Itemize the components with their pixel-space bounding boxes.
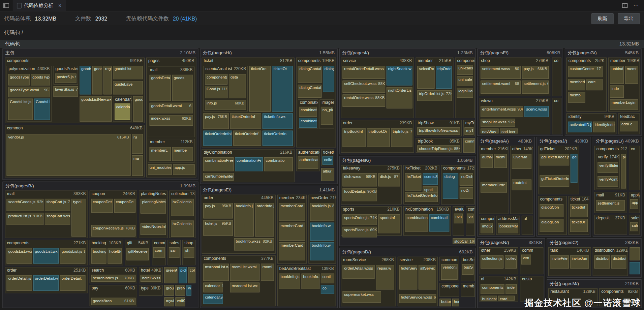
- cell-tripbookor[interactable]: tripBookOr: [367, 128, 390, 147]
- cell-rentalorder.wxss[interactable]: rentalOrder.wxss88KB: [342, 94, 385, 107]
- cell-shopcart.js[interactable]: shopCart.js72K: [45, 199, 70, 211]
- cell-dialog[interactable]: dialog: [323, 66, 334, 92]
- cell-giftreceive[interactable]: giftReceive: [126, 248, 149, 260]
- cell-carnumberenter[interactable]: carNumberEnter: [203, 173, 234, 181]
- cell-hotel.js[interactable]: hotel.js95KB: [203, 220, 233, 236]
- cell-carc[interactable]: carc: [586, 79, 603, 90]
- cell-deposit[interactable]: deposit37KB: [594, 215, 627, 235]
- cell-nodi[interactable]: noDi: [460, 187, 473, 199]
- cell-deta[interactable]: deta: [229, 74, 246, 98]
- cell-ticketot[interactable]: ticketOt: [272, 66, 293, 112]
- cell-memberl[interactable]: memberL: [150, 147, 171, 161]
- cell-greenck[interactable]: greenCk: [164, 267, 178, 283]
- cell-goods[interactable]: goods: [80, 66, 91, 94]
- cell-addfe[interactable]: addFe: [620, 121, 638, 131]
- cell-dialogcontaine[interactable]: dialogContaine: [298, 66, 322, 83]
- cell-mystery[interactable]: mystery: [164, 297, 174, 306]
- cell-combinati[interactable]: combinati: [299, 118, 317, 128]
- cell-ticketinfo.wx[interactable]: ticketInfo.wx: [263, 113, 293, 129]
- cell-co[interactable]: co: [629, 146, 640, 190]
- no-dependency-files-link[interactable]: 20 (41KB): [173, 16, 197, 22]
- cell-combinatio[interactable]: combinatio: [264, 157, 293, 171]
- cell-pick[interactable]: pick: [179, 267, 187, 283]
- cell-commo[interactable]: commo: [463, 138, 475, 153]
- cell-repair.w[interactable]: repair.w: [376, 265, 394, 289]
- cell-bottoml[interactable]: bottoml: [439, 299, 451, 306]
- cell-registr[interactable]: registr: [103, 66, 112, 94]
- cell-w[interactable]: w: [186, 285, 191, 296]
- cell-hotelservice.wxss[interactable]: hotelService.wxss6: [399, 294, 436, 303]
- cell-dialog[interactable]: dialog: [443, 173, 458, 199]
- cell-hotelserv[interactable]: hotelServ: [399, 265, 418, 289]
- cell-dialogcon[interactable]: dialogCon: [540, 219, 563, 232]
- cell-dialogcon[interactable]: dialogCon: [540, 204, 563, 217]
- cell-combinati[interactable]: combinati: [429, 214, 450, 231]
- cell-nightorderlis[interactable]: nightOrderLis: [387, 87, 412, 108]
- cell-choosetriproom.js[interactable]: chooseTripRoom.js85K: [417, 145, 460, 151]
- cell-pay.js[interactable]: pay.js66KB: [522, 66, 549, 79]
- cell-tripshowinfonew.wxss[interactable]: tripShowInfoNew.wxss: [417, 127, 460, 135]
- cell-orderdetail.w[interactable]: orderDetail.w: [33, 275, 59, 291]
- cell-co[interactable]: co: [552, 98, 561, 134]
- cell-shopcart.wxss[interactable]: shopCart.wxss7: [45, 213, 70, 225]
- cell-ticketorderin[interactable]: ticketOrderIn: [263, 131, 293, 146]
- cell-ticketorderinf[interactable]: ticketOrderInf: [230, 113, 262, 129]
- cell-routeint[interactable]: routeInt: [512, 180, 532, 190]
- cell-bookinfo.v[interactable]: bookInfo.v: [302, 274, 320, 289]
- cell-ticketorc[interactable]: ticketOrc: [249, 66, 271, 112]
- cell-goodslist.wxss[interactable]: goodsList.wxss: [7, 248, 32, 264]
- cell-colle[interactable]: colle: [188, 267, 195, 283]
- cell-business[interactable]: business: [481, 296, 497, 301]
- cell-inde[interactable]: inde: [505, 284, 517, 294]
- cell-productlist.js[interactable]: productList.js91KB: [7, 213, 44, 225]
- cell-groupbe[interactable]: groupBe: [164, 285, 174, 296]
- cell-invitejun[interactable]: inviteJun: [570, 255, 589, 269]
- cell-sportsorder.js[interactable]: sportsOrder.js74KB: [342, 214, 377, 225]
- cell-scenic.wxss[interactable]: scenic.wxss: [524, 106, 549, 117]
- cell-gdti[interactable]: gdTi: [571, 154, 578, 183]
- cell-conti[interactable]: conti: [321, 274, 334, 283]
- cell-bookinfo.js[interactable]: bookInfo.js: [279, 274, 300, 289]
- cell-goodslistnew.wx[interactable]: goodsListNew.wx: [80, 96, 112, 122]
- cell-goodsdeta[interactable]: goodsDeta: [150, 75, 171, 101]
- cell-membe[interactable]: membe: [172, 147, 193, 161]
- cell-sale[interactable]: sale: [630, 222, 638, 231]
- cell-membercard[interactable]: memberCard: [279, 223, 305, 241]
- cell-memt[interactable]: memt: [625, 66, 638, 84]
- cell-orderdetail.wxss[interactable]: orderDetail.wxss: [342, 265, 374, 279]
- cell-combinati[interactable]: combinati: [299, 107, 317, 117]
- cell-verifypoint[interactable]: verifyPoint58K: [597, 176, 618, 187]
- cell-goodstype.js[interactable]: goodsType.js100KB: [8, 74, 29, 85]
- cell-ru[interactable]: ru: [132, 134, 143, 154]
- cell-imgcod[interactable]: imgCod: [481, 223, 493, 233]
- cell-membercard[interactable]: memberCard: [279, 203, 305, 221]
- cell-logindiak[interactable]: loginDiak: [457, 88, 473, 98]
- cell-combinationfr[interactable]: combinationFr: [235, 157, 263, 171]
- cell-msroomlist.wx[interactable]: msroomList.wx: [230, 283, 260, 292]
- cell-ticketorderinfoi[interactable]: ticketOrderInfoI: [203, 131, 232, 146]
- cell-poster5.js[interactable]: poster5.js99KB: [55, 73, 76, 83]
- cell-bookinfo.js[interactable]: bookInfo.js8: [310, 203, 334, 221]
- refresh-button[interactable]: 刷新: [591, 13, 614, 24]
- cell-hotel.wxss[interactable]: hotel.wxss: [141, 275, 161, 282]
- cell-membercard[interactable]: memberCard: [279, 242, 305, 260]
- cell-hxticketorderinfo.js[interactable]: hxTicketOrderInfo.js: [405, 192, 438, 202]
- cell-no-pic.pr[interactable]: no_pic.pr: [321, 107, 333, 125]
- cell-identityinde[interactable]: identityInde: [593, 122, 615, 132]
- cell-hxcollectio[interactable]: hxCollectio: [171, 220, 194, 237]
- breadcrumb[interactable]: 代码包 /: [0, 26, 644, 40]
- cell-settlement.js[interactable]: settlement.js: [596, 200, 624, 211]
- cell-app[interactable]: app: [630, 199, 638, 209]
- cell-pc[interactable]: pc: [621, 154, 626, 188]
- cell-ma[interactable]: ma: [132, 155, 143, 176]
- cell-combinationfree[interactable]: combinationFree: [203, 157, 234, 171]
- cell-memberorde[interactable]: memberOrde: [481, 182, 507, 193]
- cell-collectic[interactable]: collectic: [505, 255, 517, 269]
- cell-bookinfo.wxss[interactable]: bookInfo.wxss82KB: [234, 238, 274, 251]
- cell-goodslist[interactable]: goodsList: [133, 96, 143, 122]
- cell-activatedid.js[interactable]: activatedID.js: [568, 122, 592, 132]
- split-editor-icon[interactable]: [622, 3, 627, 8]
- cell-verifyslider[interactable]: verifySlider60K: [597, 162, 618, 173]
- panel-toggle-icon[interactable]: [3, 3, 9, 8]
- cell-carlicer[interactable]: carLicer: [500, 128, 518, 133]
